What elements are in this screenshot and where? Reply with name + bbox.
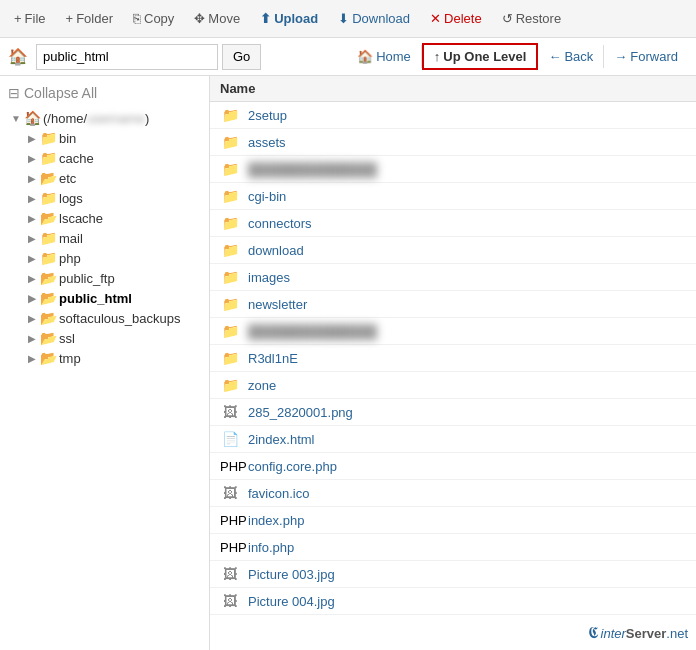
tree-item-ssl[interactable]: ▶ 📂 ssl	[24, 328, 205, 348]
file-row[interactable]: 🖼Picture 003.jpg	[210, 561, 696, 588]
file-row[interactable]: 📁R3dl1nE	[210, 345, 696, 372]
file-list: Name 📁2setup📁assets📁██████████████📁cgi-b…	[210, 76, 696, 650]
tree-item-public-ftp[interactable]: ▶ 📂 public_ftp	[24, 268, 205, 288]
folder-icon: 📁	[40, 130, 57, 146]
file-name: images	[248, 270, 290, 285]
back-button[interactable]: ← Back	[538, 45, 604, 68]
tree-item-bin[interactable]: ▶ 📁 bin	[24, 128, 205, 148]
file-row[interactable]: 📄2index.html	[210, 426, 696, 453]
image-icon: 🖼	[220, 593, 240, 609]
home-nav-icon: 🏠	[357, 49, 373, 64]
plus-icon: +	[14, 11, 22, 26]
tree-toggle: ▼	[10, 113, 22, 124]
download-button[interactable]: ⬇ Download	[330, 7, 418, 30]
php-icon: PHP	[220, 458, 240, 474]
nav-buttons: 🏠 Home ↑ Up One Level ← Back → Forward	[347, 43, 688, 70]
restore-icon: ↺	[502, 11, 513, 26]
file-name: ██████████████	[248, 162, 377, 177]
file-row[interactable]: 📁newsletter	[210, 291, 696, 318]
file-name: 2index.html	[248, 432, 314, 447]
file-name: assets	[248, 135, 286, 150]
forward-button[interactable]: → Forward	[604, 45, 688, 68]
file-row[interactable]: 📁download	[210, 237, 696, 264]
restore-button[interactable]: ↺ Restore	[494, 7, 570, 30]
sidebar: ⊟ Collapse All ▼ 🏠 (/home/username) ▶ 📁 …	[0, 76, 210, 650]
move-button[interactable]: ✥ Move	[186, 7, 248, 30]
tree-item-lscache[interactable]: ▶ 📂 lscache	[24, 208, 205, 228]
up-one-level-button[interactable]: ↑ Up One Level	[422, 43, 539, 70]
file-row[interactable]: 🖼285_2820001.png	[210, 399, 696, 426]
folder-icon: 📁	[220, 296, 240, 312]
folder-icon: 📁	[40, 250, 57, 266]
file-row[interactable]: 📁assets	[210, 129, 696, 156]
php-icon: PHP	[220, 539, 240, 555]
tree-item-mail[interactable]: ▶ 📁 mail	[24, 228, 205, 248]
image-icon: 🖼	[220, 566, 240, 582]
file-name: config.core.php	[248, 459, 337, 474]
file-row[interactable]: 📁zone	[210, 372, 696, 399]
download-icon: ⬇	[338, 11, 349, 26]
filelist-header: Name	[210, 76, 696, 102]
file-row[interactable]: 📁connectors	[210, 210, 696, 237]
tree-item-php[interactable]: ▶ 📁 php	[24, 248, 205, 268]
folder-open-icon: 📂	[40, 270, 57, 286]
file-row[interactable]: 📁██████████████	[210, 156, 696, 183]
tree-item-public-html[interactable]: ▶ 📂 public_html	[24, 288, 205, 308]
folder-icon: 📁	[220, 215, 240, 231]
folder-icon: 📁	[220, 188, 240, 204]
tree-item-logs[interactable]: ▶ 📁 logs	[24, 188, 205, 208]
file-row[interactable]: 📁██████████████	[210, 318, 696, 345]
collapse-all-button[interactable]: ⊟ Collapse All	[4, 82, 205, 104]
folder-icon: 📁	[220, 134, 240, 150]
home-icon: 🏠	[8, 47, 28, 66]
file-row[interactable]: 📁cgi-bin	[210, 183, 696, 210]
file-row[interactable]: 📁2setup	[210, 102, 696, 129]
file-name: favicon.ico	[248, 486, 309, 501]
file-row[interactable]: PHPindex.php	[210, 507, 696, 534]
ico-icon: 🖼	[220, 485, 240, 501]
interserver-logo: 𝕮 interServer.net	[588, 624, 688, 642]
folder-button[interactable]: + Folder	[58, 7, 121, 30]
file-row[interactable]: PHPinfo.php	[210, 534, 696, 561]
folder-open-icon: 📂	[40, 330, 57, 346]
toolbar: + File + Folder ⎘ Copy ✥ Move ⬆ Upload ⬇…	[0, 0, 696, 38]
file-name: Picture 003.jpg	[248, 567, 335, 582]
tree-item-tmp[interactable]: ▶ 📂 tmp	[24, 348, 205, 368]
file-name: newsletter	[248, 297, 307, 312]
folder-icon: 📁	[220, 242, 240, 258]
root-icon: 🏠	[24, 110, 41, 126]
delete-button[interactable]: ✕ Delete	[422, 7, 490, 30]
tree-item-cache[interactable]: ▶ 📁 cache	[24, 148, 205, 168]
file-name: info.php	[248, 540, 294, 555]
forward-icon: →	[614, 49, 627, 64]
folder-icon: 📁	[40, 150, 57, 166]
file-name: connectors	[248, 216, 312, 231]
folder-open-icon: 📂	[40, 170, 57, 186]
back-icon: ←	[548, 49, 561, 64]
tree-children: ▶ 📁 bin ▶ 📁 cache ▶ 📂 etc ▶ 📁 lo	[8, 128, 205, 368]
copy-button[interactable]: ⎘ Copy	[125, 7, 182, 30]
file-row[interactable]: PHPconfig.core.php	[210, 453, 696, 480]
tree-item-etc[interactable]: ▶ 📂 etc	[24, 168, 205, 188]
folder-icon: 📁	[220, 269, 240, 285]
tree-item-softaculous[interactable]: ▶ 📂 softaculous_backups	[24, 308, 205, 328]
home-nav-button[interactable]: 🏠 Home	[347, 45, 422, 68]
file-name: cgi-bin	[248, 189, 286, 204]
go-button[interactable]: Go	[222, 44, 261, 70]
collapse-icon: ⊟	[8, 85, 20, 101]
file-button[interactable]: + File	[6, 7, 54, 30]
folder-icon: 📁	[220, 323, 240, 339]
image-icon: 🖼	[220, 404, 240, 420]
file-name: Picture 004.jpg	[248, 594, 335, 609]
file-row[interactable]: 🖼favicon.ico	[210, 480, 696, 507]
path-input[interactable]	[36, 44, 218, 70]
addressbar: 🏠 Go 🏠 Home ↑ Up One Level ← Back → Forw…	[0, 38, 696, 76]
folder-open-icon: 📂	[40, 210, 57, 226]
file-row[interactable]: 🖼Picture 004.jpg	[210, 588, 696, 615]
upload-button[interactable]: ⬆ Upload	[252, 7, 326, 30]
folder-open-icon: 📂	[40, 350, 57, 366]
folder-icon: 📁	[220, 377, 240, 393]
tree-root[interactable]: ▼ 🏠 (/home/username)	[8, 108, 205, 128]
file-row[interactable]: 📁images	[210, 264, 696, 291]
root-label: (/home/username)	[43, 111, 149, 126]
